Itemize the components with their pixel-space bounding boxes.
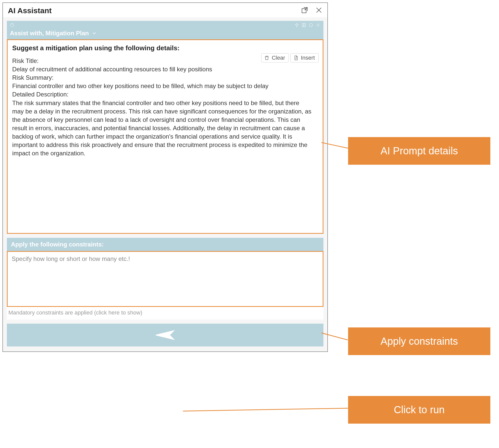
- prompt-details-box: Suggest a mitigation plan using the foll…: [7, 39, 323, 234]
- prompt-action-chips: Clear Insert: [261, 53, 319, 62]
- info-icon[interactable]: [309, 23, 313, 29]
- callout-label: Click to run: [394, 404, 445, 415]
- chevron-down-icon: [91, 30, 97, 36]
- popout-icon[interactable]: [301, 7, 308, 15]
- callout-label: AI Prompt details: [381, 145, 458, 156]
- title-icons: [301, 7, 322, 15]
- prompt-panel: Assist with, Mitigation Plan Suggest a m…: [7, 21, 323, 234]
- constraints-input[interactable]: Specify how long or short or how many et…: [7, 251, 323, 307]
- callout-label: Apply constraints: [381, 336, 458, 347]
- clear-button[interactable]: Clear: [261, 53, 289, 62]
- constraints-header: Apply the following constraints:: [7, 238, 323, 251]
- callout-prompt-details: AI Prompt details: [348, 137, 490, 165]
- constraints-panel: Apply the following constraints: Specify…: [7, 238, 323, 320]
- callout-click-to-run: Click to run: [348, 396, 490, 424]
- insert-icon: [293, 55, 299, 61]
- dialog-body: Assist with, Mitigation Plan Suggest a m…: [3, 18, 328, 352]
- prompt-panel-header: Assist with, Mitigation Plan: [7, 21, 323, 39]
- risk-summary-value: Financial controller and two other key p…: [12, 82, 312, 90]
- detailed-desc-value: The risk summary states that the financi…: [12, 99, 312, 158]
- callout-apply-constraints: Apply constraints: [348, 327, 490, 355]
- clear-label: Clear: [272, 55, 285, 61]
- insert-label: Insert: [301, 55, 315, 61]
- ai-assistant-dialog: AI Assistant: [3, 3, 328, 352]
- prompt-body-text[interactable]: Risk Title: Delay of recruitment of addi…: [12, 57, 312, 157]
- svg-rect-6: [302, 23, 304, 27]
- constraints-placeholder: Specify how long or short or how many et…: [12, 255, 130, 262]
- gear-icon[interactable]: [316, 23, 320, 29]
- connector-line: [183, 408, 351, 411]
- close-icon[interactable]: [315, 7, 322, 15]
- assist-with-dropdown[interactable]: Assist with, Mitigation Plan: [10, 30, 320, 37]
- detailed-desc-label: Detailed Description:: [12, 90, 312, 98]
- insert-button[interactable]: Insert: [290, 53, 319, 62]
- constraints-note[interactable]: Mandatory constraints are applied (click…: [7, 307, 323, 320]
- svg-point-11: [318, 25, 319, 26]
- pin-icon[interactable]: [294, 23, 299, 29]
- svg-rect-7: [304, 23, 306, 27]
- dialog-titlebar: AI Assistant: [3, 3, 328, 18]
- layout-icon[interactable]: [302, 23, 306, 29]
- trash-icon: [264, 55, 270, 61]
- risk-title-value: Delay of recruitment of additional accou…: [12, 65, 312, 73]
- dropdown-label: Assist with, Mitigation Plan: [10, 30, 89, 37]
- power-icon[interactable]: [10, 23, 14, 29]
- risk-summary-label: Risk Summary:: [12, 73, 312, 82]
- run-button[interactable]: [7, 324, 323, 346]
- dialog-title: AI Assistant: [8, 6, 301, 15]
- prompt-title: Suggest a mitigation plan using the foll…: [12, 44, 318, 52]
- send-icon: [155, 329, 175, 341]
